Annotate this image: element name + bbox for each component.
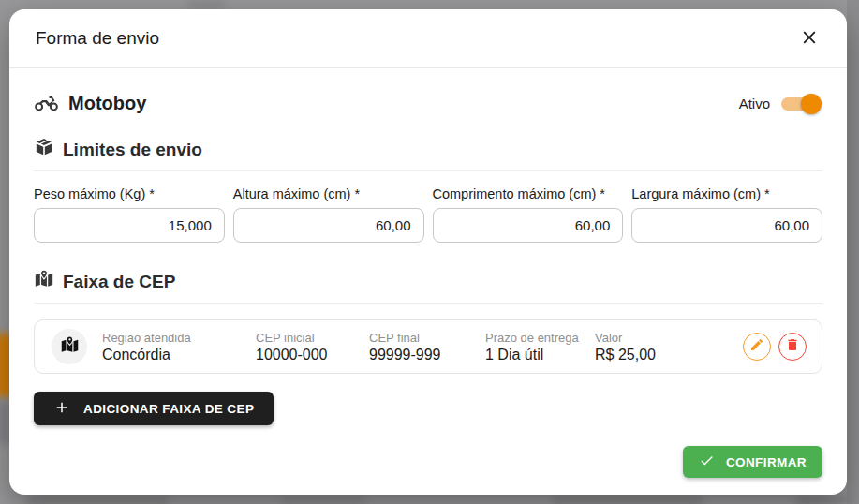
backdrop-gray-blob xyxy=(553,497,703,504)
deadline-value: 1 Dia útil xyxy=(485,347,580,363)
field-peso-maximo: Peso máximo (Kg) * xyxy=(34,186,225,243)
motorcycle-icon xyxy=(34,89,59,118)
limits-section-heading: Limites de envio xyxy=(34,137,822,171)
peso-maximo-input[interactable] xyxy=(34,208,225,243)
map-location-icon xyxy=(34,269,54,294)
active-toggle[interactable] xyxy=(779,93,822,115)
cep-start-value: 10000-000 xyxy=(256,347,354,363)
deadline-column: Prazo de entrega 1 Dia útil xyxy=(485,331,580,363)
limits-fields: Peso máximo (Kg) * Altura máximo (cm) * … xyxy=(34,186,822,243)
toggle-knob xyxy=(801,94,822,114)
region-label: Região atendida xyxy=(102,331,241,345)
confirm-button[interactable]: CONFIRMAR xyxy=(683,446,822,478)
largura-maximo-input[interactable] xyxy=(631,208,822,243)
plus-icon xyxy=(53,399,70,419)
backdrop xyxy=(847,0,859,504)
field-label: Altura máximo (cm) * xyxy=(233,186,424,201)
delete-button[interactable] xyxy=(778,333,807,361)
dialog-body: Motoboy Ativo Limites de envio xyxy=(9,68,847,495)
cep-start-column: CEP inicial 10000-000 xyxy=(256,331,354,363)
field-largura-maximo: Largura máximo (cm) * xyxy=(631,186,822,243)
confirm-label: CONFIRMAR xyxy=(726,455,807,469)
method-row: Motoboy Ativo xyxy=(34,89,822,118)
dialog-header: Forma de envio xyxy=(9,9,847,68)
avatar xyxy=(52,329,87,364)
price-value: R$ 25,00 xyxy=(595,347,728,363)
shipping-method-dialog: Forma de envio Motoboy Ativo xyxy=(9,9,847,495)
map-location-icon xyxy=(60,335,80,359)
dialog-title: Forma de envio xyxy=(36,28,159,49)
backdrop-gray-blob xyxy=(281,497,365,504)
row-actions xyxy=(743,333,807,361)
field-label: Comprimento máximo (cm) * xyxy=(433,186,624,201)
box-icon xyxy=(34,137,54,162)
check-icon xyxy=(699,452,715,471)
limits-section-title: Limites de envio xyxy=(63,140,202,160)
close-icon xyxy=(799,27,820,51)
region-column: Região atendida Concórdia xyxy=(102,331,241,363)
cep-end-label: CEP final xyxy=(369,331,470,345)
close-button[interactable] xyxy=(792,22,826,55)
method-info: Motoboy xyxy=(34,89,146,118)
deadline-label: Prazo de entrega xyxy=(485,331,580,345)
cep-start-label: CEP inicial xyxy=(256,331,354,345)
field-altura-maximo: Altura máximo (cm) * xyxy=(233,186,424,243)
field-label: Peso máximo (Kg) * xyxy=(34,186,225,201)
cep-section-title: Faixa de CEP xyxy=(63,272,175,292)
pencil-icon xyxy=(749,337,764,356)
active-label: Ativo xyxy=(739,96,770,111)
field-label: Largura máximo (cm) * xyxy=(631,186,822,201)
price-column: Valor R$ 25,00 xyxy=(595,331,728,363)
dialog-footer: CONFIRMAR xyxy=(34,446,822,480)
backdrop-gray-blob xyxy=(28,497,169,504)
comprimento-maximo-input[interactable] xyxy=(433,208,624,243)
trash-icon xyxy=(785,337,800,356)
cep-end-column: CEP final 99999-999 xyxy=(369,331,470,363)
cep-end-value: 99999-999 xyxy=(369,347,470,363)
edit-button[interactable] xyxy=(743,333,771,361)
cep-range-row: Região atendida Concórdia CEP inicial 10… xyxy=(34,319,822,374)
price-label: Valor xyxy=(595,331,728,345)
add-cep-range-button[interactable]: ADICIONAR FAIXA DE CEP xyxy=(34,392,274,425)
field-comprimento-maximo: Comprimento máximo (cm) * xyxy=(433,186,624,243)
method-name: Motoboy xyxy=(68,93,146,114)
region-value: Concórdia xyxy=(102,347,241,363)
add-cep-range-label: ADICIONAR FAIXA DE CEP xyxy=(83,402,254,416)
backdrop-gray-blob xyxy=(187,0,225,9)
backdrop-gray-blob xyxy=(796,497,852,504)
altura-maximo-input[interactable] xyxy=(233,208,424,243)
method-status: Ativo xyxy=(739,93,822,115)
cep-section-heading: Faixa de CEP xyxy=(34,269,822,304)
